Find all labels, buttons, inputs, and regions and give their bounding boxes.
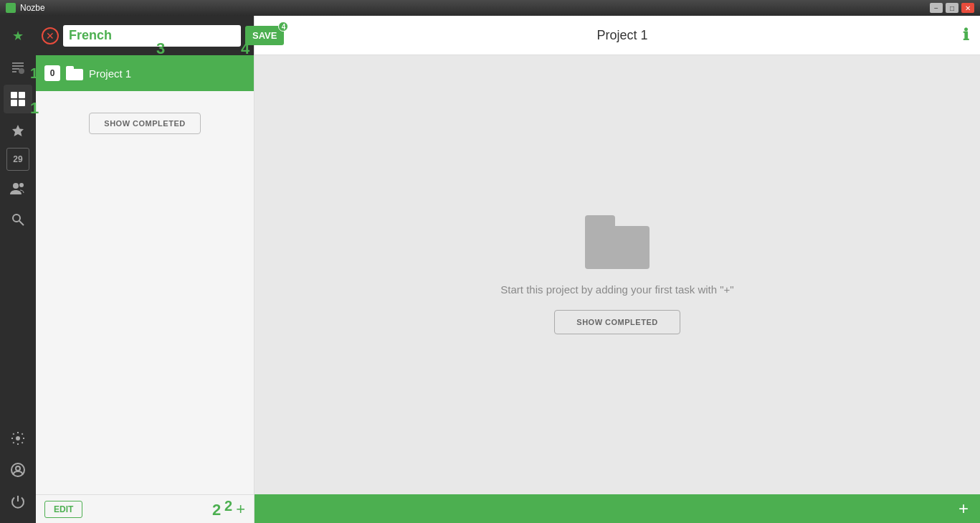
project-folder-icon xyxy=(66,66,83,80)
sidebar-bottom xyxy=(4,424,32,523)
panel-bottom: EDIT 2 + xyxy=(36,494,254,523)
project-title: Project 1 xyxy=(596,28,647,43)
sidebar-item-settings[interactable] xyxy=(4,424,32,453)
add-project-button[interactable]: + xyxy=(236,500,245,519)
search-bar: ✕ SAVE 4 xyxy=(36,16,254,55)
app-icon xyxy=(6,3,16,13)
project-item[interactable]: 1 0 Project 1 xyxy=(36,55,254,91)
svg-point-6 xyxy=(13,183,19,189)
sidebar-item-calendar[interactable]: 29 xyxy=(6,148,29,171)
svg-rect-3 xyxy=(11,100,17,106)
titlebar: Nozbe − □ ✕ xyxy=(0,0,980,16)
add-task-button[interactable]: + xyxy=(958,500,969,517)
svg-point-12 xyxy=(16,466,20,471)
svg-rect-2 xyxy=(19,92,25,98)
main-header: Project 1 ℹ xyxy=(254,16,980,55)
sidebar: ★ 29 xyxy=(0,16,36,523)
svg-rect-4 xyxy=(19,100,25,106)
sidebar-item-projects[interactable] xyxy=(4,85,32,113)
svg-point-8 xyxy=(13,215,20,222)
svg-point-7 xyxy=(19,183,24,187)
sidebar-item-search[interactable] xyxy=(4,205,32,234)
search-close-button[interactable]: ✕ xyxy=(42,27,59,44)
project-count: 0 xyxy=(44,65,60,81)
show-completed-main-button[interactable]: SHOW COMPLETED xyxy=(554,310,680,334)
app: ★ 29 xyxy=(0,16,980,523)
info-icon[interactable]: ℹ xyxy=(963,26,969,44)
project-panel: ✕ SAVE 4 1 0 Project 1 SHOW COMPLETED ED… xyxy=(36,16,254,523)
minimize-button[interactable]: − xyxy=(930,3,943,13)
svg-point-10 xyxy=(16,436,20,440)
app-name: Nozbe xyxy=(20,3,45,13)
project-name: Project 1 xyxy=(89,67,131,80)
step2-indicator: 2 xyxy=(224,498,232,514)
sidebar-item-power[interactable] xyxy=(4,487,32,516)
empty-state-message: Start this project by adding your first … xyxy=(500,283,733,296)
titlebar-title: Nozbe xyxy=(6,3,45,13)
save-button[interactable]: SAVE 4 xyxy=(245,26,284,45)
sidebar-item-home[interactable]: ★ xyxy=(4,22,32,50)
sidebar-item-starred[interactable] xyxy=(4,116,32,145)
empty-folder-icon xyxy=(585,215,650,269)
close-button[interactable]: ✕ xyxy=(961,3,974,13)
titlebar-controls: − □ ✕ xyxy=(930,3,974,13)
sidebar-item-team[interactable] xyxy=(4,174,32,202)
svg-point-0 xyxy=(19,68,24,74)
search-input[interactable] xyxy=(63,25,241,47)
svg-line-9 xyxy=(19,221,24,225)
show-completed-panel-button[interactable]: SHOW COMPLETED xyxy=(89,113,200,134)
main-content: Project 1 ℹ Start this project by adding… xyxy=(254,16,980,523)
sidebar-item-profile[interactable] xyxy=(4,456,32,484)
edit-button[interactable]: EDIT xyxy=(44,501,82,518)
main-bottom: + xyxy=(254,494,980,523)
sidebar-item-inbox[interactable] xyxy=(4,53,32,82)
panel-content: SHOW COMPLETED xyxy=(36,91,254,494)
svg-rect-1 xyxy=(11,92,17,98)
maximize-button[interactable]: □ xyxy=(946,3,958,13)
main-body: Start this project by adding your first … xyxy=(254,55,980,494)
svg-marker-5 xyxy=(12,125,24,136)
